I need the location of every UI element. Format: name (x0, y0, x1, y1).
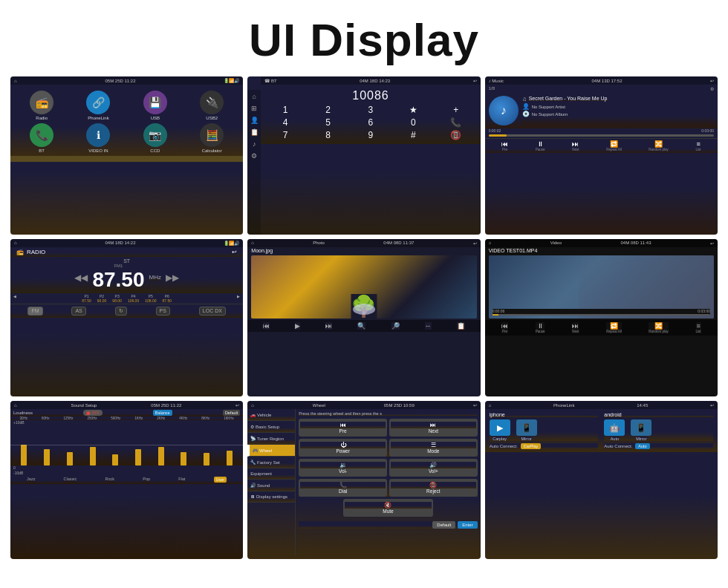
music-random-btn[interactable]: 🔀Random play (649, 140, 669, 151)
radio-loc-btn[interactable]: LOC DX (199, 307, 226, 316)
photo-next-btn[interactable]: ⏭ (325, 322, 332, 330)
music-back-btn[interactable]: ↩ (710, 78, 714, 83)
dial-5[interactable]: 5 (320, 117, 337, 128)
wheel-vol-up-btn[interactable]: 🔊Vol+ (389, 459, 478, 477)
photo-play-btn[interactable]: ▶ (295, 322, 300, 330)
eq-bar-2[interactable] (67, 452, 73, 466)
photo-zoom-in-btn[interactable]: 🔍 (357, 322, 365, 330)
carplay-icon-item[interactable]: ▶ Carplay (490, 419, 510, 441)
menu-basic-setup[interactable]: ⚙ Basic Setup (247, 421, 295, 433)
dial-9[interactable]: 9 (363, 130, 379, 140)
iphone-mirror-icon-item[interactable]: 📱 Mirror (516, 419, 537, 441)
dial-2[interactable]: 2 (320, 105, 337, 115)
preset-p5[interactable]: P5108.00 (145, 294, 156, 303)
eq-bar-7[interactable] (181, 452, 186, 466)
video-pause-btn[interactable]: ⏸Pause (536, 322, 545, 333)
music-list-btn[interactable]: ≡List (696, 140, 701, 151)
menu-wheel[interactable]: 🎮 Wheel (247, 445, 295, 457)
wheel-back-btn[interactable]: ↩ (473, 402, 477, 408)
menu-equipment[interactable]: Equipment (247, 468, 295, 480)
dial-6[interactable]: 6 (363, 117, 379, 128)
wheel-dial-btn[interactable]: 📞Dial (299, 479, 387, 497)
wheel-mode-btn[interactable]: ☰Mode (389, 439, 478, 457)
icon-usb2[interactable]: 🔌 USB2 (185, 91, 238, 120)
dial-end[interactable]: 📵 (448, 130, 464, 140)
music-pre-btn[interactable]: ⏮Pre (501, 140, 508, 151)
radio-arrow-right[interactable]: ▶ (237, 294, 240, 303)
eq-bar-4[interactable] (112, 454, 118, 466)
preset-jazz[interactable]: Jazz (27, 477, 35, 483)
dial-3[interactable]: 3 (363, 105, 379, 115)
android-mirror-icon-item[interactable]: 📱 Mirror (631, 419, 651, 441)
video-random-btn[interactable]: 🔀Random play (649, 322, 669, 333)
wheel-enter-btn[interactable]: Enter (458, 521, 477, 529)
video-next-btn[interactable]: ⏭Next (572, 322, 579, 333)
preset-p6[interactable]: P687.50 (162, 294, 172, 303)
wheel-reject-btn[interactable]: 📵Reject (389, 479, 478, 497)
dial-7[interactable]: 7 (277, 130, 293, 140)
photo-rotate-btn[interactable]: ↔ (425, 322, 432, 330)
eq-bar-5[interactable] (135, 449, 141, 466)
icon-usb[interactable]: 💾 USB (129, 91, 182, 120)
menu-sound-setup[interactable]: 🔊 Sound (247, 480, 295, 491)
radio-ps-btn[interactable]: PS (156, 307, 170, 316)
dial-call[interactable]: 📞 (448, 117, 464, 128)
eq-bar-8[interactable] (204, 453, 209, 466)
icon-videoin[interactable]: ℹ VIDEO IN (71, 123, 125, 153)
video-pre-btn[interactable]: ⏮Pre (501, 322, 508, 333)
photo-zoom-out-btn[interactable]: 🔎 (391, 322, 400, 330)
preset-rock[interactable]: Rock (105, 477, 115, 483)
menu-tuner-region[interactable]: 📡 Tuner Region (247, 433, 295, 445)
dial-0[interactable]: 0 (405, 117, 421, 128)
radio-prev-btn[interactable]: ◀◀ (74, 272, 88, 283)
wheel-default-btn[interactable]: Default (432, 521, 455, 529)
eq-bar-3[interactable] (90, 447, 96, 466)
music-pause-btn[interactable]: ⏸Pause (536, 140, 545, 151)
wheel-next-btn[interactable]: ⏭Next (389, 419, 478, 437)
eq-bar-9[interactable] (227, 451, 233, 466)
dial-plus[interactable]: + (448, 105, 464, 115)
phonelink-back-btn[interactable]: ↩ (710, 402, 714, 408)
photo-menu-btn[interactable]: 📋 (457, 322, 465, 330)
eq-bar-1[interactable] (44, 449, 50, 466)
music-settings-icon[interactable]: ⚙ (710, 86, 714, 91)
wheel-power-btn[interactable]: ⏻Power (299, 439, 387, 457)
auto-icon-item[interactable]: 🤖 Auto (604, 419, 625, 441)
radio-as-btn[interactable]: AS (71, 307, 85, 316)
music-next-btn[interactable]: ⏭Next (572, 140, 579, 151)
music-repeat-btn[interactable]: 🔁Repeat All (606, 140, 622, 151)
icon-phonelink[interactable]: 🔗 PhoneLink (71, 91, 125, 120)
video-back-btn[interactable]: ↩ (710, 241, 714, 246)
preset-pop[interactable]: Pop (143, 477, 150, 483)
icon-radio[interactable]: 📻 Radio (15, 91, 68, 120)
dial-1[interactable]: 1 (277, 105, 293, 115)
wheel-pre-btn[interactable]: ⏮Pre (299, 419, 387, 437)
video-repeat-btn[interactable]: 🔁Repeat All (606, 322, 622, 333)
radio-scan-btn[interactable]: ↻ (115, 307, 127, 316)
preset-p4[interactable]: P4106.00 (128, 294, 139, 303)
default-btn[interactable]: Default (223, 410, 240, 416)
preset-flat[interactable]: Flat (178, 477, 185, 483)
radio-arrow-left[interactable]: ◀ (13, 294, 16, 303)
dial-4[interactable]: 4 (277, 117, 293, 128)
dial-hash[interactable]: # (405, 130, 421, 140)
preset-p2[interactable]: P290.00 (97, 294, 107, 303)
wheel-vol-down-btn[interactable]: 🔉Vol- (299, 459, 387, 477)
preset-p3[interactable]: P398.00 (112, 294, 122, 303)
wheel-mute-btn[interactable]: 🔇 Mute (343, 499, 432, 517)
eq-bar-6[interactable] (158, 447, 164, 466)
phone-back-btn[interactable]: ↩ (473, 78, 477, 83)
photo-back-btn[interactable]: ↩ (473, 241, 477, 246)
radio-next-btn[interactable]: ▶▶ (166, 272, 179, 283)
eq-bar-0[interactable] (21, 445, 27, 466)
video-list-btn[interactable]: ≡List (696, 322, 701, 333)
loudness-toggle[interactable]: ⬤ OFF (83, 410, 102, 416)
radio-back-btn[interactable]: ↩ (232, 249, 237, 255)
icon-ccd[interactable]: 📷 CCD (129, 123, 182, 153)
balance-btn[interactable]: Balance (153, 410, 172, 416)
menu-display-settings[interactable]: 🖥 Display settings (247, 491, 295, 503)
sound-back-btn[interactable]: ↩ (235, 402, 239, 408)
preset-classic[interactable]: Classic (64, 477, 77, 483)
icon-bt[interactable]: 📞 BT (15, 123, 68, 153)
dial-star[interactable]: ★ (405, 105, 421, 115)
